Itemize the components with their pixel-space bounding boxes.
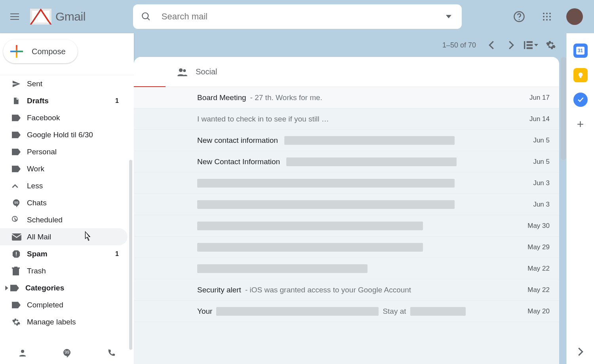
- mail-subject-area: y: [197, 179, 518, 188]
- hangouts-icon[interactable]: 99: [59, 345, 75, 361]
- sidebar-item-scheduled[interactable]: Scheduled: [0, 211, 128, 228]
- tasks-addon[interactable]: [573, 93, 588, 107]
- search-input[interactable]: [162, 11, 433, 22]
- sidebar-item-drafts[interactable]: Drafts1: [0, 92, 128, 109]
- sidebar-item-all-mail[interactable]: All Mail: [0, 228, 128, 245]
- mail-subject: Security alert: [197, 286, 241, 294]
- svg-point-10: [543, 19, 544, 21]
- label-icon: [10, 284, 25, 292]
- sidebar-scrollbar[interactable]: [129, 160, 132, 350]
- search-icon[interactable]: [138, 8, 154, 25]
- nav-count: 1: [115, 97, 119, 104]
- mail-row[interactable]: New Contact InformationJun 5: [134, 151, 559, 173]
- account-avatar[interactable]: [566, 8, 583, 25]
- main-pane: 1–50 of 70 Social Board Meeting - 27 th.…: [134, 33, 566, 364]
- page-next-button[interactable]: [502, 36, 520, 54]
- keep-icon: [577, 72, 584, 79]
- sidebar-item-google-hold-til-6-30[interactable]: Google Hold til 6/30: [0, 126, 128, 143]
- mail-subject-area: [197, 264, 518, 273]
- svg-point-9: [549, 16, 551, 17]
- content-scrollbar[interactable]: [561, 57, 566, 160]
- gmail-logo[interactable]: Gmail: [30, 9, 86, 25]
- sidebar-item-less[interactable]: Less: [0, 177, 128, 194]
- hamburger-icon: [10, 13, 19, 20]
- sidebar-bottom-bar: 99: [0, 342, 134, 364]
- sidebar-item-sent[interactable]: Sent: [0, 75, 128, 92]
- keep-addon[interactable]: [573, 68, 588, 82]
- nav-label: Drafts: [27, 97, 115, 105]
- gear-icon: [12, 318, 27, 326]
- list-toolbar: 1–50 of 70: [134, 33, 566, 57]
- mail-date: May 22: [518, 286, 550, 294]
- apps-grid-button[interactable]: [539, 8, 555, 25]
- tasks-icon: [577, 96, 584, 104]
- svg-line-1: [147, 18, 149, 20]
- nav-label: Personal: [27, 148, 119, 156]
- get-addons-button[interactable]: +: [573, 117, 588, 131]
- sidebar-item-completed[interactable]: Completed: [0, 296, 128, 313]
- sidebar-item-trash[interactable]: Trash: [0, 262, 128, 279]
- mail-row[interactable]: gMay 29: [134, 237, 559, 258]
- nav-label: Manage labels: [27, 318, 119, 326]
- tab-social[interactable]: Social: [177, 66, 217, 78]
- nav-label: Completed: [27, 301, 119, 309]
- mail-subject-area: New Contact Information: [197, 157, 518, 166]
- mail-row[interactable]: yJun 3: [134, 173, 559, 194]
- nav-count: 1: [115, 250, 119, 258]
- svg-rect-26: [527, 41, 533, 43]
- folder-nav: SentDrafts1FacebookGoogle Hold til 6/30P…: [0, 75, 134, 342]
- svg-rect-21: [14, 267, 17, 268]
- sidebar-item-spam[interactable]: Spam1: [0, 245, 128, 262]
- sidebar-item-facebook[interactable]: Facebook: [0, 109, 128, 126]
- settings-button[interactable]: [542, 36, 560, 54]
- sidebar-item-categories[interactable]: Categories: [0, 279, 128, 296]
- chats-icon: 99: [12, 199, 27, 207]
- help-button[interactable]: [511, 8, 527, 25]
- svg-point-31: [578, 72, 583, 77]
- side-panel: 31 +: [566, 33, 594, 364]
- label-icon: [12, 165, 27, 173]
- phone-icon[interactable]: [103, 345, 120, 361]
- mail-date: Jun 5: [518, 136, 550, 144]
- mail-subject-area: g: [197, 222, 518, 230]
- mail-row[interactable]: May 22: [134, 258, 559, 279]
- svg-point-11: [546, 19, 548, 21]
- svg-text:99: 99: [14, 200, 18, 204]
- label-icon: [12, 301, 27, 309]
- mail-list: Board Meeting - 27 th. Works for me.Jun …: [134, 87, 559, 322]
- svg-point-8: [546, 16, 548, 17]
- nav-label: Categories: [25, 284, 119, 292]
- calendar-addon[interactable]: 31: [573, 44, 588, 58]
- sidebar-item-manage-labels[interactable]: Manage labels: [0, 313, 128, 330]
- mail-row[interactable]: StayYourStay atMay 20: [134, 301, 559, 322]
- mail-subject: Board Meeting: [197, 93, 246, 102]
- sidebar-item-personal[interactable]: Personal: [0, 143, 128, 160]
- mail-date: May 22: [518, 265, 550, 273]
- mail-row[interactable]: Jun 3: [134, 194, 559, 215]
- mail-subject-area: [197, 200, 518, 209]
- sched-icon: [12, 216, 27, 224]
- side-panel-toggle[interactable]: [578, 347, 583, 356]
- contacts-icon[interactable]: [14, 345, 31, 361]
- mail-row[interactable]: Security alert - iOS was granted access …: [134, 279, 559, 301]
- svg-point-30: [183, 69, 186, 72]
- nav-label: Chats: [27, 199, 119, 207]
- search-options-button[interactable]: [440, 8, 457, 25]
- split-pane-button[interactable]: [522, 36, 540, 54]
- compose-label: Compose: [32, 47, 66, 56]
- mail-row[interactable]: I wanted to check in to see if you still…: [134, 108, 559, 130]
- svg-point-4: [543, 13, 544, 14]
- search-bar[interactable]: [133, 4, 462, 29]
- page-prev-button[interactable]: [482, 36, 501, 54]
- mail-row[interactable]: e 2New contact informationJun 5: [134, 130, 559, 151]
- mail-subject-area: I wanted to check in to see if you still…: [197, 115, 518, 123]
- sidebar-item-work[interactable]: Work: [0, 160, 128, 177]
- compose-button[interactable]: Compose: [3, 40, 78, 63]
- sidebar-item-chats[interactable]: 99Chats: [0, 194, 128, 211]
- header-right: [511, 8, 588, 25]
- plus-icon: [10, 44, 24, 59]
- mail-row[interactable]: gMay 30: [134, 215, 559, 237]
- svg-point-29: [179, 68, 183, 72]
- mail-row[interactable]: Board Meeting - 27 th. Works for me.Jun …: [134, 87, 559, 108]
- main-menu-button[interactable]: [6, 8, 23, 25]
